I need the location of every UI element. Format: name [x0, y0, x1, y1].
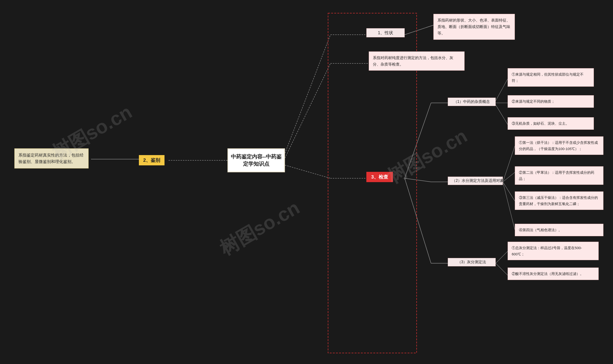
- svg-line-8: [285, 165, 331, 178]
- shuifen-node: （2）水分测定方法及适用对象: [448, 177, 503, 185]
- zazhi-node: （1）中药的杂质概念: [448, 98, 496, 106]
- shuifen-item-4: ④第四法（气相色谱法）。: [515, 224, 603, 236]
- svg-line-2: [285, 35, 331, 153]
- svg-line-21: [405, 178, 431, 263]
- jiecha-node: 3、检查: [366, 172, 393, 182]
- svg-line-15: [405, 178, 431, 182]
- huifen-item-1: ①总灰分测定法：样品过2号筛，温度在500-600℃；: [508, 242, 599, 260]
- left-branch-label: 2、鉴别: [139, 155, 164, 165]
- svg-line-4: [405, 25, 433, 35]
- svg-line-19: [503, 182, 515, 201]
- zazhi-item-1: ①来源与规定相同，但其性状或部位与规定不符；: [508, 68, 594, 87]
- zazhi-item-3: ③无机杂质，如砂石、泥块、尘土。: [508, 117, 594, 130]
- xingzhuang-node: 1、性状: [366, 28, 405, 37]
- shuifen-item-1: ①第一法（烘干法）：适用于不含或少含挥发性成分的药品，（干燥温度为100-105…: [515, 136, 603, 155]
- huifen-node: （3）灰分测定法: [448, 258, 496, 266]
- center-node: 中药鉴定内容--中药鉴定学知识点: [227, 148, 285, 172]
- mindmap-container: 中药鉴定内容--中药鉴定学知识点 2、鉴别 系指鉴定药材真实性的方法，包括经验鉴…: [0, 0, 613, 364]
- shuifen-item-2: ②第二法（甲苯法）：适用于含挥发性成分的药品；: [515, 166, 603, 185]
- xingzhuang-desc: 系指药材的形状、大小、色泽、表面特征、质地、断面（折断面或切断面）特征及气味等。: [433, 14, 515, 40]
- shuifen-item-3: ③第三法（减压干燥法）：适合含有挥发性成分的贵重药材，干燥剂为新鲜五氧化二磷；: [515, 192, 603, 210]
- huifen-item-2: ②酸不溶性灰分测定法（用无灰滤纸过滤）。: [508, 268, 599, 280]
- svg-line-6: [285, 64, 331, 158]
- svg-line-18: [503, 172, 515, 182]
- svg-line-17: [503, 146, 515, 182]
- zazhi-item-2: ②来源与规定不同的物质；: [508, 95, 594, 108]
- center-label: 中药鉴定内容--中药鉴定学知识点: [228, 153, 284, 168]
- jiandu-desc-box: 系指对药材纯度进行测定的方法，包括水分、灰分、杂质等检查。: [369, 52, 465, 71]
- svg-line-10: [405, 103, 431, 178]
- svg-line-12: [494, 79, 508, 103]
- svg-line-23: [496, 251, 508, 263]
- svg-line-24: [496, 263, 508, 275]
- svg-line-20: [503, 182, 515, 230]
- svg-line-14: [494, 103, 508, 124]
- left-desc-box: 系指鉴定药材真实性的方法，包括经验鉴别、显微鉴别和理化鉴别。: [14, 148, 89, 169]
